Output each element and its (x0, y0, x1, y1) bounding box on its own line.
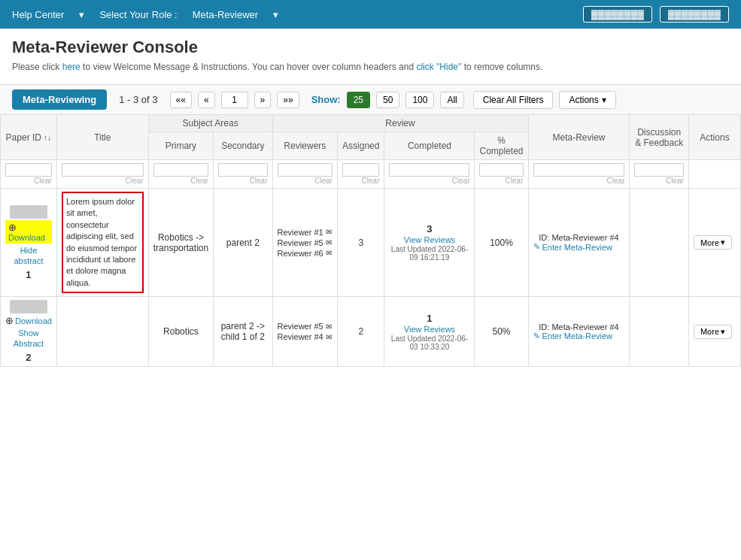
edit-icon-2: ✎ (533, 331, 540, 341)
email-icon-2: ✉ (326, 238, 332, 247)
show-50-btn[interactable]: 50 (376, 92, 399, 108)
filter-input-discussion[interactable] (634, 163, 683, 177)
cell-actions-1: More ▾ (688, 189, 740, 297)
show-link-2[interactable]: Show (18, 328, 39, 338)
clear-filters-btn[interactable]: Clear All Filters (473, 91, 554, 109)
filter-clear-metareview[interactable]: Clear (533, 177, 625, 185)
show-25-btn[interactable]: 25 (347, 92, 370, 108)
more-btn-2[interactable]: More ▾ (694, 325, 732, 339)
more-arrow-icon-1: ▾ (721, 238, 725, 247)
col-header-title: Title (56, 115, 148, 160)
nav-select-role: Select Your Role : (99, 9, 177, 20)
cell-title-2 (56, 297, 148, 367)
filter-input-paper-id[interactable] (5, 163, 52, 177)
filter-input-title[interactable] (62, 163, 144, 177)
actions-dropdown-btn[interactable]: Actions ▾ (559, 91, 615, 109)
filter-input-metareview[interactable] (533, 163, 625, 177)
nav-dropdown-arrow: ▾ (79, 9, 84, 20)
cell-secondary-1: parent 2 (214, 189, 272, 297)
col-header-primary: Primary (148, 132, 213, 160)
last-updated-1: Last Updated 2022-06-09 16:21:19 (389, 245, 469, 262)
completed-count-1: 3 (389, 223, 469, 235)
last-updated-2: Last Updated 2022-06-03 10:33:20 (389, 334, 469, 351)
cell-pct-1: 100% (475, 189, 528, 297)
filter-input-pct[interactable] (479, 163, 523, 177)
download-link-1[interactable]: Download (8, 233, 49, 242)
email-icon-1: ✉ (326, 228, 332, 236)
hide-link[interactable]: click "Hide" (416, 62, 461, 72)
here-link[interactable]: here (62, 62, 80, 72)
first-page-btn[interactable]: «« (170, 92, 192, 108)
nav-user-btn1[interactable]: ▓▓▓▓▓▓▓▓ (583, 6, 652, 23)
last-page-btn[interactable]: »» (277, 92, 299, 108)
table-row: ⊕ Download Show Abstract 2 Robotics pare… (1, 297, 741, 367)
filter-clear-assigned[interactable]: Clear (342, 177, 379, 185)
filter-pct: Clear (475, 160, 528, 189)
more-arrow-icon-2: ▾ (721, 327, 725, 337)
cell-discussion-2 (630, 297, 688, 367)
nav-dropdown-arrow2: ▾ (273, 9, 278, 20)
col-header-actions: Actions (688, 115, 740, 160)
enter-meta-review-link-1[interactable]: ✎ Enter Meta-Review (533, 242, 625, 252)
next-page-btn[interactable]: » (254, 92, 272, 108)
cell-secondary-2: parent 2 -> child 1 of 2 (214, 297, 272, 367)
hide-link-1[interactable]: Hide (20, 246, 38, 255)
download-icon-2: ⊕ (5, 315, 14, 326)
cell-paper-id-2: ⊕ Download Show Abstract 2 (1, 297, 57, 367)
nav-meta-reviewer[interactable]: Meta-Reviewer (193, 9, 258, 20)
page-description: Please click here to view Welcome Messag… (12, 62, 729, 72)
nav-help-center[interactable]: Help Center (12, 9, 64, 20)
more-btn-1[interactable]: More ▾ (694, 235, 732, 250)
filter-clear-paper-id[interactable]: Clear (5, 177, 52, 185)
page-title: Meta-Reviewer Console (12, 38, 729, 57)
cell-completed-2: 1 View Reviews Last Updated 2022-06-03 1… (384, 297, 475, 367)
cell-reviewers-1: Reviewer #1 ✉ Reviewer #5 ✉ Reviewer #6 … (272, 189, 338, 297)
meta-review-id-1: ID: Meta-Reviewer #4 (533, 233, 625, 242)
paper-id-1: 1 (5, 269, 52, 280)
abstract-link-1[interactable]: abstract (14, 256, 43, 265)
reviewer-4b-label: Reviewer #4 (278, 332, 323, 341)
show-100-btn[interactable]: 100 (405, 92, 434, 108)
col-group-review: Review (272, 115, 528, 132)
filter-input-reviewers[interactable] (278, 163, 333, 177)
filter-clear-reviewers[interactable]: Clear (278, 177, 333, 185)
filter-input-primary[interactable] (153, 163, 208, 177)
filter-input-secondary[interactable] (218, 163, 267, 177)
filter-secondary: Clear (214, 160, 272, 189)
filter-clear-primary[interactable]: Clear (153, 177, 208, 185)
filter-clear-pct[interactable]: Clear (479, 177, 523, 185)
more-label-1: More (700, 238, 719, 247)
enter-meta-review-label-1: Enter Meta-Review (542, 243, 613, 252)
paper-id-sort-icon[interactable]: ↑↓ (44, 134, 51, 142)
prev-page-btn[interactable]: « (198, 92, 215, 108)
page-number-input[interactable] (221, 92, 248, 108)
meta-reviewing-tab[interactable]: Meta-Reviewing (12, 89, 107, 110)
filter-metareview: Clear (528, 160, 630, 189)
col-header-completed: Completed (384, 132, 475, 160)
enter-meta-review-link-2[interactable]: ✎ Enter Meta-Review (533, 331, 625, 341)
reviewer-item-4: Reviewer #5 ✉ (278, 322, 333, 331)
filter-input-assigned[interactable] (342, 163, 379, 177)
show-all-btn[interactable]: All (440, 92, 463, 108)
cell-primary-1: Robotics -> transportation (148, 189, 213, 297)
download-area-1: ⊕ Download (5, 220, 52, 244)
table-row: ⊕ Download Hide abstract 1 Lorem ipsum d… (1, 189, 741, 297)
filter-clear-completed[interactable]: Clear (389, 177, 469, 185)
view-reviews-link-1[interactable]: View Reviews (404, 235, 455, 244)
filter-clear-secondary[interactable]: Clear (218, 177, 267, 185)
abstract-link-2[interactable]: Abstract (14, 339, 44, 348)
paper-id-2: 2 (5, 352, 52, 363)
view-reviews-link-2[interactable]: View Reviews (404, 325, 455, 334)
filter-input-completed[interactable] (389, 163, 469, 177)
email-icon-5: ✉ (326, 333, 332, 341)
enter-meta-review-label-2: Enter Meta-Review (542, 331, 613, 341)
download-link-2[interactable]: Download (15, 316, 52, 325)
filter-discussion: Clear (630, 160, 688, 189)
desc-middle: to view Welcome Message & Instructions. … (83, 62, 416, 72)
actions-arrow-icon: ▾ (602, 95, 606, 105)
filter-clear-title[interactable]: Clear (62, 177, 144, 185)
filter-clear-discussion[interactable]: Clear (634, 177, 683, 185)
col-group-subject-areas: Subject Areas (148, 115, 272, 132)
nav-user-btn2[interactable]: ▓▓▓▓▓▓▓▓ (660, 6, 729, 23)
email-icon-3: ✉ (326, 249, 332, 257)
